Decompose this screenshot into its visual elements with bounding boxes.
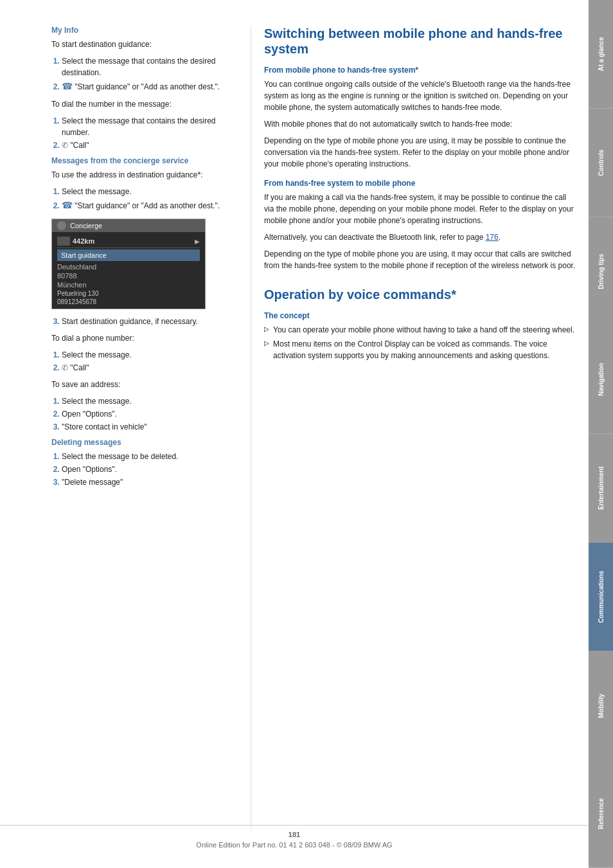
concept-subheader: The concept — [264, 311, 576, 320]
deleting-steps: Select the message to be deleted. Open "… — [51, 451, 238, 488]
my-info-header: My Info — [51, 26, 238, 35]
switching-section: Switching between mobile phone and hands… — [264, 26, 576, 271]
sidebar-label: At a glance — [598, 37, 605, 71]
from-mobile-p3: Depending on the type of mobile phone yo… — [264, 135, 576, 170]
dial-intro: To dial the number in the message: — [51, 98, 238, 110]
sidebar-label: Entertainment — [598, 467, 605, 510]
sidebar-label: Reference — [598, 798, 605, 829]
deleting-header: Deleting messages — [51, 438, 238, 447]
concierge-row-5: 08912345678 — [57, 298, 200, 306]
use-address-intro: To use the address in destination guidan… — [51, 169, 238, 181]
list-item-text: "Start guidance" or "Add as another dest… — [75, 201, 220, 210]
sidebar-item-reference[interactable]: Reference — [589, 759, 613, 868]
sidebar-label: Controls — [598, 150, 605, 176]
concierge-section: Messages from the concierge service To u… — [51, 156, 238, 433]
list-item: Start destination guidance, if necessary… — [62, 316, 238, 327]
sidebar-item-communications[interactable]: Communications — [589, 543, 613, 651]
copyright-text: Online Edition for Part no. 01 41 2 603 … — [0, 841, 589, 849]
concierge-body: 442km ▶ Start guidance Deutschland 80788… — [52, 232, 205, 309]
concept-bullets: You can operate your mobile phone withou… — [264, 324, 576, 361]
concierge-step3-list: Start destination guidance, if necessary… — [51, 316, 238, 327]
list-item: Open "Options". — [62, 408, 238, 420]
km-value: 442km — [73, 237, 94, 245]
dial-phone-steps: Select the message. ✆ "Call" — [51, 349, 238, 374]
main-content: My Info To start destination guidance: S… — [0, 0, 589, 868]
concierge-logo — [57, 221, 66, 230]
my-info-section: My Info To start destination guidance: S… — [51, 26, 238, 151]
list-item-text: "Start guidance" or "Add as another dest… — [75, 82, 220, 91]
right-column: Switching between mobile phone and hands… — [251, 26, 576, 829]
concierge-screenshot-header: Concierge — [52, 219, 205, 232]
bullet-item: You can operate your mobile phone withou… — [264, 324, 576, 336]
sidebar-item-at-glance[interactable]: At a glance — [589, 0, 613, 109]
from-handsfree-subheader: From hands-free system to mobile phone — [264, 179, 576, 188]
sidebar-item-driving[interactable]: Driving tips — [589, 217, 613, 326]
sidebar-item-entertainment[interactable]: Entertainment — [589, 434, 613, 543]
start-guidance-icon: ☎ — [62, 200, 73, 210]
concierge-row-1: Deutschland — [57, 262, 200, 271]
from-mobile-p1: You can continue ongoing calls outside o… — [264, 78, 576, 113]
list-item-text: "Call" — [70, 363, 89, 372]
sidebar-item-controls[interactable]: Controls — [589, 109, 613, 217]
concierge-row-3: München — [57, 280, 200, 289]
concierge-title: Concierge — [70, 222, 102, 230]
voice-section: Operation by voice commands* The concept… — [264, 287, 576, 361]
concierge-row-4: Petuelring 130 — [57, 289, 200, 298]
list-item: Open "Options". — [62, 464, 238, 475]
use-address-steps: Select the message. ☎ "Start guidance" o… — [51, 186, 238, 212]
concierge-header: Messages from the concierge service — [51, 156, 238, 165]
km-distance-icon — [57, 237, 70, 246]
list-item: Select the message that contains the des… — [62, 115, 238, 138]
list-item: "Delete message" — [62, 476, 238, 488]
bullet-item: Most menu items on the Control Display c… — [264, 338, 576, 361]
from-handsfree-p3: Depending on the type of mobile phone yo… — [264, 248, 576, 271]
sidebar-item-mobility[interactable]: Mobility — [589, 651, 613, 760]
switching-big-header: Switching between mobile phone and hands… — [264, 26, 576, 57]
dest-guidance-intro: To start destination guidance: — [51, 39, 238, 50]
call-icon-2: ✆ — [62, 363, 68, 372]
concierge-start-guidance: Start guidance — [57, 249, 200, 261]
list-item: Select the message. — [62, 186, 238, 197]
sidebar: At a glance Controls Driving tips Naviga… — [589, 0, 613, 868]
save-address-steps: Select the message. Open "Options". "Sto… — [51, 395, 238, 433]
list-item: ☎ "Start guidance" or "Add as another de… — [62, 80, 238, 93]
from-mobile-p2: With mobile phones that do not automatic… — [264, 118, 576, 130]
sidebar-label: Communications — [598, 571, 605, 623]
list-item: ✆ "Call" — [62, 362, 238, 374]
deleting-section: Deleting messages Select the message to … — [51, 438, 238, 488]
page-link-176[interactable]: 176 — [486, 233, 499, 242]
from-handsfree-p2: Alternatively, you can deactivate the Bl… — [264, 231, 576, 243]
sidebar-item-navigation[interactable]: Navigation — [589, 325, 613, 434]
list-item: Select the message that contains the des… — [62, 55, 238, 78]
dial-phone-intro: To dial a phone number: — [51, 332, 238, 344]
page-number: 181 — [0, 831, 589, 838]
call-icon: ✆ — [62, 141, 68, 150]
phone-icon-start: ☎ — [62, 81, 73, 91]
page-container: My Info To start destination guidance: S… — [0, 0, 613, 868]
list-item: ☎ "Start guidance" or "Add as another de… — [62, 199, 238, 212]
list-item: Select the message to be deleted. — [62, 451, 238, 462]
list-item: Select the message. — [62, 395, 238, 407]
voice-big-header: Operation by voice commands* — [264, 287, 576, 302]
list-item: ✆ "Call" — [62, 140, 238, 151]
from-handsfree-p1: If you are making a call via the hands-f… — [264, 192, 576, 226]
dial-steps: Select the message that contains the des… — [51, 115, 238, 151]
sidebar-label: Navigation — [598, 363, 605, 396]
concierge-row-2: 80788 — [57, 271, 200, 280]
sidebar-label: Driving tips — [598, 253, 605, 289]
concierge-km-row: 442km ▶ — [57, 235, 200, 248]
concierge-screenshot: Concierge 442km ▶ Start guidance Deutsch… — [51, 219, 206, 309]
list-item: "Store contact in vehicle" — [62, 421, 238, 433]
list-item-text: "Call" — [70, 141, 89, 150]
from-mobile-subheader: From mobile phone to hands-free system* — [264, 66, 576, 75]
arrow-icon: ▶ — [195, 238, 200, 245]
page-footer: 181 Online Edition for Part no. 01 41 2 … — [0, 825, 589, 849]
sidebar-label: Mobility — [598, 693, 605, 718]
save-address-intro: To save an address: — [51, 379, 238, 390]
left-column: My Info To start destination guidance: S… — [51, 26, 251, 829]
dest-guidance-steps: Select the message that contains the des… — [51, 55, 238, 93]
list-item: Select the message. — [62, 349, 238, 361]
